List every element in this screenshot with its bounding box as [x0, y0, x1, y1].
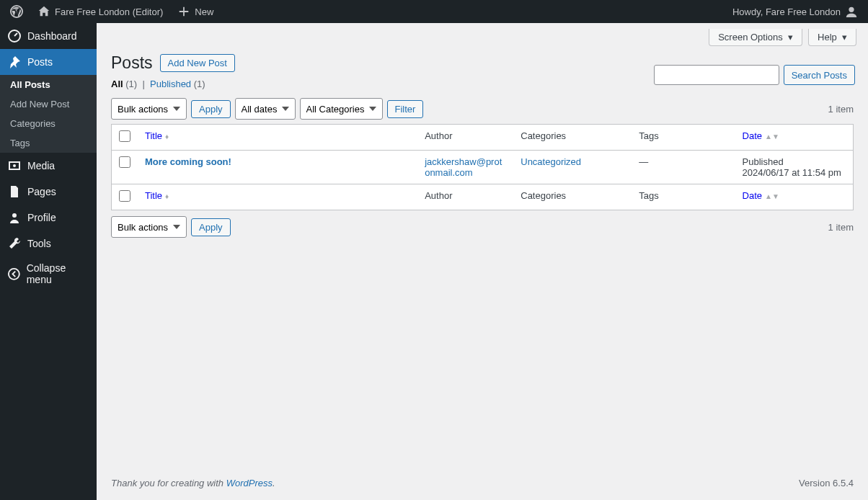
submenu-tags[interactable]: Tags [0, 133, 97, 153]
dashboard-icon [7, 29, 22, 43]
bulk-actions-select-bottom[interactable]: Bulk actions [111, 216, 187, 238]
content-area: Screen Options ▾ Help ▾ Posts Add New Po… [97, 23, 868, 500]
menu-profile-label: Profile [27, 212, 56, 223]
footer-version: Version 6.5.4 [799, 478, 854, 488]
wrench-icon [7, 236, 22, 251]
my-account[interactable]: Howdy, Fare Free London [728, 0, 862, 23]
col-date-sort-bottom[interactable]: Date▲▼ [743, 190, 779, 201]
svg-point-5 [12, 213, 17, 218]
howdy-text: Howdy, Fare Free London [732, 6, 841, 17]
user-icon [845, 5, 858, 18]
post-tags: — [632, 151, 735, 184]
submenu-add-new-post[interactable]: Add New Post [0, 94, 97, 114]
sort-icon: ♦ [165, 192, 169, 200]
menu-tools[interactable]: Tools [0, 231, 97, 256]
page-title: Posts [111, 53, 153, 73]
wordpress-icon [10, 5, 23, 18]
posts-table: Title♦ Author Categories Tags Date▲▼ Mor… [111, 124, 854, 210]
add-new-post-button[interactable]: Add New Post [160, 54, 235, 72]
search-box: Search Posts [654, 65, 855, 85]
sort-icon: ♦ [165, 133, 169, 140]
wordpress-link[interactable]: WordPress [226, 478, 273, 488]
profile-icon [7, 210, 22, 225]
admin-sidebar: Dashboard Posts All Posts Add New Post C… [0, 23, 97, 500]
menu-pages[interactable]: Pages [0, 179, 97, 205]
site-name-link[interactable]: Fare Free London (Editor) [33, 0, 167, 23]
page-icon [7, 184, 22, 199]
admin-footer: Thank you for creating with WordPress. V… [97, 466, 868, 500]
menu-collapse[interactable]: Collapse menu [0, 256, 97, 291]
submenu-posts: All Posts Add New Post Categories Tags [0, 75, 97, 153]
search-submit-button[interactable]: Search Posts [784, 65, 855, 85]
home-icon [37, 5, 50, 18]
new-label: New [195, 6, 213, 17]
date-filter-select[interactable]: All dates [235, 98, 296, 120]
submenu-all-posts[interactable]: All Posts [0, 75, 97, 94]
menu-pages-label: Pages [27, 186, 56, 197]
plus-icon [177, 5, 190, 18]
sort-desc-icon: ▲▼ [765, 133, 779, 140]
new-content-link[interactable]: New [173, 0, 218, 23]
admin-bar-left: Fare Free London (Editor) New [6, 0, 218, 23]
sort-desc-icon: ▲▼ [765, 192, 779, 200]
media-icon [7, 159, 22, 173]
col-date-sort[interactable]: Date▲▼ [743, 130, 779, 141]
menu-dashboard-label: Dashboard [27, 30, 77, 42]
col-tags: Tags [632, 125, 735, 151]
admin-bar-right: Howdy, Fare Free London [728, 0, 862, 23]
search-input[interactable] [654, 65, 779, 85]
wp-logo[interactable] [6, 0, 27, 23]
menu-profile[interactable]: Profile [0, 205, 97, 231]
category-filter-select[interactable]: All Categories [300, 98, 383, 120]
col-categories: Categories [513, 125, 632, 151]
post-category-link[interactable]: Uncategorized [521, 156, 581, 167]
menu-posts-label: Posts [27, 56, 53, 68]
item-count-top: 1 item [828, 104, 854, 115]
menu-collapse-label: Collapse menu [27, 262, 89, 285]
post-title-link[interactable]: More coming soon! [145, 156, 231, 167]
menu-tools-label: Tools [27, 238, 51, 249]
table-row: More coming soon! jackkershaw@protonmail… [112, 151, 854, 184]
screen-meta: Screen Options ▾ Help ▾ [97, 23, 868, 46]
admin-bar: Fare Free London (Editor) New Howdy, Far… [0, 0, 868, 23]
svg-point-4 [13, 164, 16, 167]
select-all-bottom[interactable] [119, 190, 130, 202]
svg-point-6 [9, 269, 19, 280]
svg-point-1 [849, 7, 854, 12]
apply-button-bottom[interactable]: Apply [191, 218, 231, 236]
footer-thanks: Thank you for creating with WordPress. [111, 478, 275, 488]
submenu-categories[interactable]: Categories [0, 114, 97, 133]
apply-button-top[interactable]: Apply [191, 100, 231, 118]
col-author: Author [417, 125, 513, 151]
col-title-sort-bottom[interactable]: Title♦ [145, 190, 169, 201]
help-button[interactable]: Help ▾ [808, 29, 856, 46]
select-all-top[interactable] [119, 130, 130, 142]
filter-button[interactable]: Filter [387, 100, 424, 118]
post-date: Published 2024/06/17 at 11:54 pm [735, 151, 854, 184]
collapse-icon [7, 267, 21, 281]
screen-options-button[interactable]: Screen Options ▾ [709, 29, 802, 46]
bulk-actions-select-top[interactable]: Bulk actions [111, 98, 187, 120]
filter-all[interactable]: All [111, 79, 123, 89]
tablenav-top: Bulk actions Apply All dates All Categor… [97, 92, 868, 124]
site-name-text: Fare Free London (Editor) [55, 6, 163, 17]
filter-published-count: (1) [194, 79, 205, 89]
menu-posts[interactable]: Posts [0, 49, 97, 75]
filter-all-count: (1) [125, 79, 137, 89]
tablenav-bottom: Bulk actions Apply 1 item [97, 210, 868, 242]
menu-media-label: Media [27, 160, 55, 171]
pin-icon [7, 55, 22, 69]
col-title-sort[interactable]: Title♦ [145, 130, 169, 141]
filter-published[interactable]: Published [150, 79, 191, 89]
menu-dashboard[interactable]: Dashboard [0, 23, 97, 49]
row-checkbox[interactable] [119, 156, 130, 168]
item-count-bottom: 1 item [828, 222, 854, 233]
menu-media[interactable]: Media [0, 153, 97, 179]
post-author-link[interactable]: jackkershaw@protonmail.com [425, 156, 502, 178]
